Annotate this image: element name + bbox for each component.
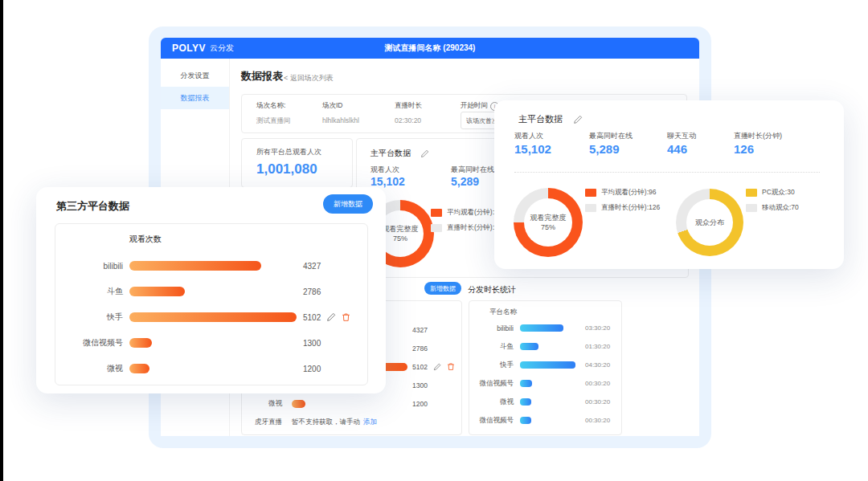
bar-row: 快手 5102 bbox=[55, 304, 367, 330]
screenshot-canvas: POLYV 云分发 测试直播间名称 (290234) 分发设置 数据报表 数据报… bbox=[0, 0, 868, 481]
duration-row: 斗鱼 01:30:20 bbox=[476, 337, 610, 356]
peak-online-label: 最高同时在线 bbox=[589, 131, 633, 141]
page-title: 数据报表 bbox=[241, 69, 283, 84]
total-views-value: 1,001,080 bbox=[256, 161, 317, 177]
main-platform-card: 主平台数据 观看人次 15,102 最高同时在线 5,289 聊天互动 446 … bbox=[494, 100, 844, 269]
chat-interaction-value: 446 bbox=[667, 142, 687, 156]
peak-online-value: 5,289 bbox=[589, 142, 620, 156]
live-duration-field: 直播时长 02:30:20 bbox=[395, 101, 422, 124]
legend-swatch bbox=[585, 204, 596, 212]
legend-label: PC观众:30 bbox=[762, 188, 795, 198]
chat-interaction-label: 聊天互动 bbox=[667, 131, 696, 141]
total-views-label: 所有平台总观看人次 bbox=[256, 147, 321, 157]
legend-swatch bbox=[585, 189, 596, 197]
donut-center-label: 观看完整度 bbox=[383, 225, 419, 234]
legend-swatch bbox=[746, 189, 757, 197]
bar-row: bilibili 4327 bbox=[55, 253, 367, 279]
edit-icon[interactable] bbox=[573, 115, 583, 124]
edit-icon[interactable] bbox=[420, 149, 429, 158]
main-platform-panel-title: 主平台数据 bbox=[371, 148, 411, 159]
huya-row: 虎牙直播 暂不支持获取，请手动 添加 bbox=[247, 413, 455, 431]
distribution-duration-title: 分发时长统计 bbox=[468, 284, 516, 296]
views-count-header: 观看次数 bbox=[129, 234, 162, 245]
live-duration-label: 直播时长 bbox=[395, 101, 422, 111]
platform-name-header: 平台名称 bbox=[489, 308, 517, 317]
delete-icon[interactable] bbox=[342, 312, 350, 322]
donut-center-label: 观看完整度 bbox=[530, 214, 567, 222]
legend-swatch bbox=[431, 224, 442, 232]
peak-online-value: 5,289 bbox=[451, 175, 479, 188]
huya-label: 虎牙直播 bbox=[247, 418, 292, 427]
bar-row: 斗鱼 2786 bbox=[55, 279, 367, 304]
peak-online-label: 最高同时在线 bbox=[451, 165, 494, 175]
duration-row: 微信视频号 00:30:20 bbox=[476, 411, 610, 430]
views-chart-box: 观看次数 bilibili 4327 斗鱼 2786 快手 5102 bbox=[55, 223, 368, 385]
add-data-button[interactable]: 新增数据 bbox=[323, 194, 373, 214]
session-name-value: 测试直播间 bbox=[256, 116, 291, 126]
legend-label: 平均观看(分钟):96 bbox=[601, 188, 656, 198]
bar-row: 微信视频号 1300 bbox=[55, 330, 367, 356]
legend-label: 移动观众:70 bbox=[762, 203, 799, 213]
dotted-divider bbox=[514, 172, 820, 173]
main-platform-card-title: 主平台数据 bbox=[518, 113, 563, 125]
third-party-card: 第三方平台数据 新增数据 观看次数 bilibili 4327 斗鱼 2786 … bbox=[36, 187, 386, 393]
legend-label: 直播时长(分钟):126 bbox=[601, 203, 660, 213]
session-id-label: 场次ID bbox=[322, 101, 359, 111]
sidebar-item-distribution-settings[interactable]: 分发设置 bbox=[161, 64, 229, 87]
total-views-panel: 所有平台总观看人次 1,001,080 bbox=[241, 138, 353, 188]
add-data-button[interactable]: 新增数据 bbox=[424, 282, 461, 295]
views-value: 15,102 bbox=[371, 175, 405, 188]
duration-minutes-label: 直播时长(分钟) bbox=[734, 131, 782, 141]
edit-icon[interactable] bbox=[326, 312, 336, 322]
add-manually-link[interactable]: 添加 bbox=[363, 418, 377, 427]
legend-swatch bbox=[746, 204, 757, 212]
views-label: 观看人次 bbox=[514, 131, 543, 141]
screen-edge-strip bbox=[0, 0, 3, 481]
session-name-field: 场次名称: 测试直播间 bbox=[256, 101, 291, 126]
app-header: POLYV 云分发 测试直播间名称 (290234) bbox=[161, 38, 699, 59]
donut-center-value: 75% bbox=[541, 223, 555, 232]
back-to-session-list-link[interactable]: < 返回场次列表 bbox=[284, 73, 334, 84]
duration-row: 微视 00:30:20 bbox=[476, 393, 610, 411]
third-party-card-title: 第三方平台数据 bbox=[56, 199, 129, 214]
edit-icon[interactable] bbox=[433, 363, 441, 371]
sidebar-item-data-report[interactable]: 数据报表 bbox=[161, 87, 229, 109]
start-time-field: 开始时间 bbox=[461, 101, 499, 111]
huya-note: 暂不支持获取，请手动 bbox=[292, 418, 360, 427]
audience-donut: 观众分布 bbox=[676, 189, 743, 256]
duration-row: 微信视频号 00:30:20 bbox=[476, 374, 610, 393]
views-value: 15,102 bbox=[514, 142, 551, 156]
live-duration-value: 02:30:20 bbox=[395, 116, 422, 124]
views-label: 观看人次 bbox=[371, 165, 399, 175]
delete-icon[interactable] bbox=[447, 362, 455, 371]
session-id-field: 场次ID hlhlkahlslkhl bbox=[322, 101, 359, 124]
window-title: 测试直播间名称 (290234) bbox=[161, 38, 699, 59]
duration-row: 快手 04:30:20 bbox=[476, 356, 610, 374]
session-id-value: hlhlkahlslkhl bbox=[322, 116, 359, 124]
duration-minutes-value: 126 bbox=[734, 142, 754, 156]
distribution-duration-panel: 平台名称 bilibili 03:30:20 斗鱼 01:30:20 快手 04… bbox=[469, 300, 622, 435]
session-name-label: 场次名称: bbox=[256, 101, 291, 111]
donut-center-value: 75% bbox=[393, 234, 407, 243]
bar-row: 微视 1200 bbox=[55, 356, 367, 381]
legend-swatch bbox=[431, 209, 442, 217]
duration-row: bilibili 03:30:20 bbox=[476, 319, 610, 337]
bar-row: 微视 1200 bbox=[247, 394, 455, 413]
donut-center-label: 观众分布 bbox=[695, 218, 724, 227]
completeness-donut: 观看完整度 75% bbox=[514, 188, 583, 257]
start-time-label: 开始时间 bbox=[461, 101, 488, 111]
